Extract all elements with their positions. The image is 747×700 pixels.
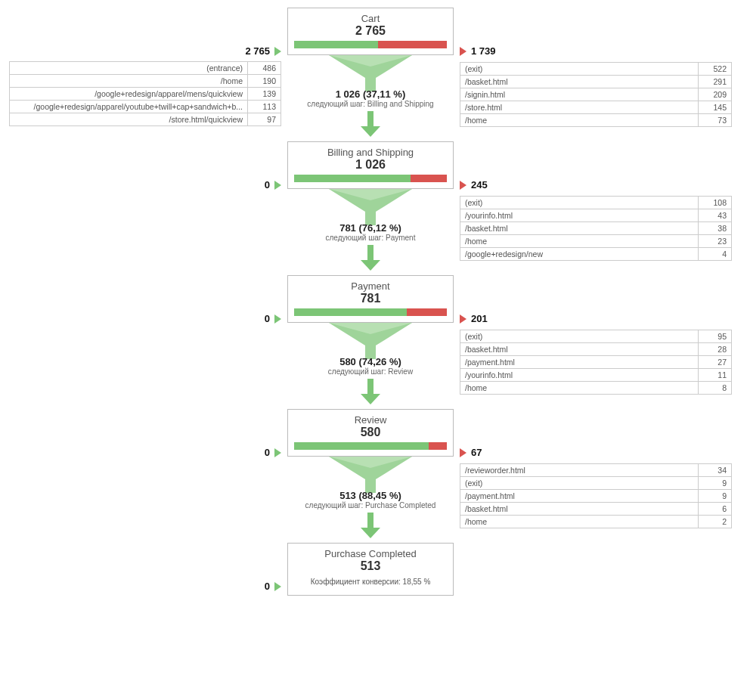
detail-row[interactable]: /basket.html 6 [460,502,732,515]
exit-detail-table: (exit) 522 /basket.html 291 /signin.html… [460,62,732,127]
detail-label: /signin.html [460,88,699,101]
detail-label: /payment.html [460,355,699,368]
funnel-step-3: 0 Review 580 513 (88,45 %) следующий шаг… [8,409,739,543]
outflow-value: 245 [471,179,488,190]
proceed-main: 781 (76,12 %) [287,222,454,234]
detail-value: 73 [699,113,732,126]
funnel-icon [287,189,454,225]
inflow-value: 0 [265,313,270,324]
outflow-column: 1 739 (exit) 522 /basket.html 291 /signi… [454,8,739,127]
detail-row[interactable]: (entrance) 486 [10,62,281,75]
step-count: 781 [294,292,447,305]
proceed-bar [294,175,447,182]
detail-value: 28 [699,342,732,355]
detail-row[interactable]: /payment.html 27 [460,355,732,368]
outflow-value: 201 [471,313,488,324]
step-count: 1 026 [294,158,447,172]
detail-row[interactable]: /google+redesign/apparel/mens/quickview … [10,88,281,101]
proceed-main: 1 026 (37,11 %) [287,88,454,100]
bar-exit [411,175,447,182]
detail-label: /basket.html [460,221,699,234]
detail-row[interactable]: /yourinfo.html 43 [460,209,732,221]
detail-value: 23 [699,234,732,247]
step-box[interactable]: Payment 781 [287,275,454,323]
detail-row[interactable]: (exit) 522 [460,62,732,75]
arrow-down-icon [287,376,454,409]
proceed-bar [294,442,447,450]
detail-label: /basket.html [460,342,699,355]
funnel-icon [287,457,454,493]
triangle-right-green-icon [274,47,281,56]
bar-proceed [294,41,378,48]
detail-value: 108 [699,196,732,209]
bar-exit [407,308,447,316]
proceed-main: 580 (74,26 %) [287,356,454,367]
step-count: 580 [294,426,447,439]
detail-value: 9 [699,476,732,489]
exit-detail-table: /revieworder.html 34 (exit) 9 /payment.h… [460,463,732,528]
step-box[interactable]: Billing and Shipping 1 026 [287,141,454,189]
detail-value: 27 [699,355,732,368]
arrow-down-icon [287,510,454,543]
detail-label: /google+redesign/apparel/youtube+twill+c… [10,101,248,113]
step-title: Billing and Shipping [294,147,447,158]
step-box[interactable]: Purchase Completed 513 Коэффициент конве… [287,543,454,596]
outflow-value: 67 [471,447,482,458]
detail-row[interactable]: /home 8 [460,381,732,394]
detail-row[interactable]: /yourinfo.html 11 [460,368,732,381]
detail-label: /store.html [460,101,699,113]
inflow-column: 2 765 (entrance) 486 /home 190 /google+r… [8,8,287,126]
proceed-label: 781 (76,12 %) следующий шаг: Payment [287,222,454,242]
triangle-right-green-icon [274,314,281,324]
detail-row[interactable]: /signin.html 209 [460,88,732,101]
detail-label: /basket.html [460,502,699,515]
exit-detail-table: (exit) 108 /yourinfo.html 43 /basket.htm… [460,196,732,261]
step-box[interactable]: Review 580 [287,409,454,457]
outflow-label: 245 [460,179,488,190]
detail-row[interactable]: /store.html 145 [460,101,732,113]
inflow-label: 0 [265,313,281,324]
detail-value: 522 [699,62,732,75]
detail-row[interactable]: /home 2 [460,515,732,528]
detail-row[interactable]: /home 190 [10,75,281,88]
detail-label: (exit) [460,62,699,75]
detail-row[interactable]: /google+redesign/apparel/youtube+twill+c… [10,101,281,113]
detail-row[interactable]: /payment.html 9 [460,489,732,502]
step-center: Review 580 513 (88,45 %) следующий шаг: … [287,409,454,543]
inflow-label: 0 [265,581,281,592]
detail-row[interactable]: /basket.html 38 [460,221,732,234]
outflow-column: 245 (exit) 108 /yourinfo.html 43 /basket… [454,141,739,261]
funnel-icon [287,323,454,359]
step-center: Purchase Completed 513 Коэффициент конве… [287,543,454,596]
detail-row[interactable]: (exit) 9 [460,476,732,489]
detail-row[interactable]: /revieworder.html 34 [460,463,732,476]
detail-label: /home [10,75,248,88]
arrow-down-icon [287,242,454,275]
outflow-column: 201 (exit) 95 /basket.html 28 /payment.h… [454,275,739,395]
step-title: Review [294,414,447,426]
detail-row[interactable]: (exit) 95 [460,330,732,342]
detail-row[interactable]: /basket.html 28 [460,342,732,355]
detail-value: 113 [248,101,281,113]
detail-row[interactable]: /basket.html 291 [460,75,732,88]
detail-label: /yourinfo.html [460,368,699,381]
detail-row[interactable]: /home 73 [460,113,732,126]
triangle-right-red-icon [460,181,466,190]
detail-label: /basket.html [460,75,699,88]
detail-row[interactable]: (exit) 108 [460,196,732,209]
detail-row[interactable]: /home 23 [460,234,732,247]
svg-rect-14 [367,513,374,528]
detail-row[interactable]: /store.html/quickview 97 [10,113,281,126]
funnel-icon [287,55,454,91]
inflow-value: 0 [265,447,270,458]
detail-label: /home [460,113,699,126]
step-box[interactable]: Cart 2 765 [287,8,454,55]
triangle-right-red-icon [460,448,466,457]
detail-value: 11 [699,368,732,381]
detail-label: (entrance) [10,62,248,75]
detail-row[interactable]: /google+redesign/new 4 [460,247,732,260]
bar-exit [378,41,447,48]
conversion-rate: Коэффициент конверсии: 18,55 % [294,576,447,589]
entry-detail-table: (entrance) 486 /home 190 /google+redesig… [9,61,281,126]
funnel-step-4: 0 Purchase Completed 513 Коэффициент кон… [8,543,739,596]
